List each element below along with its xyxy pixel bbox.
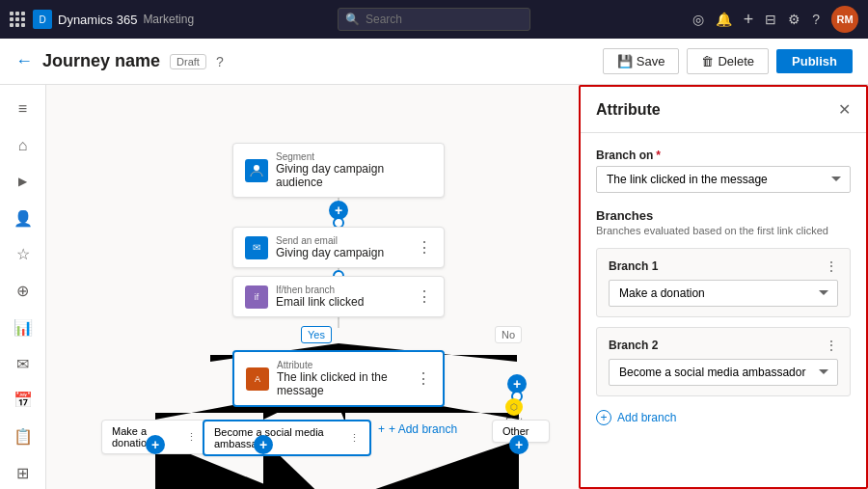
attribute-content: Attribute The link clicked in the messag… [277,360,408,397]
email-node[interactable]: ✉ Send an email Giving day campaign ⋮ [232,227,445,268]
branch-ambassador-menu[interactable]: ⋮ [349,432,360,445]
attribute-icon: A [246,367,269,391]
search-container: 🔍 [338,8,530,31]
required-marker: * [656,149,661,162]
app-name: Dynamics 365 [58,13,137,27]
sidebar-home-icon[interactable]: ⌂ [6,129,41,162]
sidebar-email-icon[interactable]: ✉ [6,347,41,380]
sidebar-add-icon[interactable]: ⊕ [6,275,41,308]
add-branch-plus-icon: + [378,422,385,436]
ifthen-content: If/then branch Email link clicked [276,285,409,309]
email-icon: ✉ [245,236,268,259]
help-icon[interactable]: ? [812,12,820,27]
save-button[interactable]: 💾 Save [603,48,680,74]
branch-2-label: Branch 2 [609,339,658,352]
feedback-icon[interactable]: ◎ [692,12,704,27]
secondary-nav: ← Journey name Draft ? 💾 Save 🗑 Delete P… [0,39,868,85]
dynamics-icon: D [33,10,52,29]
yes-label: Yes [301,326,332,343]
sidebar-menu-icon[interactable]: ≡ [6,93,41,125]
ifthen-menu-icon[interactable]: ⋮ [417,287,432,306]
segment-node[interactable]: Segment Giving day campaign audience [232,143,445,198]
sidebar-list-icon[interactable]: 📋 [6,421,41,453]
sidebar-star-icon[interactable]: ☆ [6,238,41,271]
app-module: Marketing [143,13,194,26]
avatar[interactable]: RM [831,6,858,33]
panel-header: Attribute ✕ [581,87,866,133]
ifthen-node[interactable]: if If/then branch Email link clicked ⋮ [232,276,445,317]
attribute-label: The link clicked in the message [277,370,408,397]
branches-title: Branches [596,208,851,223]
branch-ambassador-label: Become a social media ambassador [214,426,343,449]
email-type: Send an email [276,235,409,246]
left-sidebar: ≡ ⌂ ▶ 👤 ☆ ⊕ 📊 ✉ 📅 📋 ⊞ [0,85,46,489]
main-layout: ≡ ⌂ ▶ 👤 ☆ ⊕ 📊 ✉ 📅 📋 ⊞ [0,85,868,489]
bell-icon[interactable]: 🔔 [716,12,732,27]
search-icon: 🔍 [345,13,360,26]
settings-icon[interactable]: ⚙ [788,12,800,27]
add-icon[interactable]: + [744,10,754,30]
branch-donate-menu[interactable]: ⋮ [186,431,197,444]
sidebar-play-icon[interactable]: ▶ [6,165,41,198]
branch-1-label: Branch 1 [609,259,658,273]
ifthen-icon: if [245,285,268,309]
page-title: Journey name [42,51,160,71]
filter-icon[interactable]: ⊟ [765,12,776,27]
branch-on-label: Branch on * [596,149,851,162]
ifthen-type: If/then branch [276,285,409,295]
delete-icon: 🗑 [701,54,714,68]
sidebar-chart-icon[interactable]: 📊 [6,311,41,343]
help-icon-nav: ? [216,54,224,69]
add-after-other[interactable]: + [509,435,529,454]
branch-on-select[interactable]: The link clicked in the message [596,166,851,193]
save-icon: 💾 [617,54,633,68]
add-branch-panel-btn[interactable]: + Add branch [596,406,676,429]
segment-icon [245,159,268,182]
attribute-panel: Attribute ✕ Branch on * The link clicked… [579,85,868,489]
email-content: Send an email Giving day campaign [276,235,409,259]
attribute-type: Attribute [277,360,408,370]
branches-section: Branches Branches evaluated based on the… [596,208,851,429]
branch-2-header: Branch 2 ⋮ [609,338,838,353]
segment-label: Giving day campaign audience [276,162,432,189]
panel-close-button[interactable]: ✕ [838,100,851,119]
nav-actions: 💾 Save 🗑 Delete Publish [603,48,853,74]
branch-ambassador-node[interactable]: Become a social media ambassador ⋮ [203,420,371,456]
svg-point-5 [254,165,259,171]
sidebar-grid-icon[interactable]: ⊞ [6,456,41,489]
sidebar-journey-icon[interactable]: 👤 [6,202,41,234]
branch-2-item: Branch 2 ⋮ Become a social media ambassa… [596,327,851,396]
branch-2-select[interactable]: Become a social media ambassador [609,359,838,386]
email-menu-icon[interactable]: ⋮ [417,238,432,257]
panel-title: Attribute [596,101,661,119]
ifthen-label: Email link clicked [276,295,409,309]
branches-desc: Branches evaluated based on the first li… [596,225,851,236]
branch-1-select[interactable]: Make a donation [609,280,838,307]
exit-icon-right: ⬡ [505,398,523,416]
branch-2-menu-icon[interactable]: ⋮ [825,338,838,353]
add-after-donate[interactable]: + [146,435,165,454]
delete-button[interactable]: 🗑 Delete [687,48,769,74]
add-branch-canvas-btn[interactable]: + + Add branch [378,422,457,436]
status-badge: Draft [170,54,206,69]
no-label: No [495,326,522,343]
branch-on-group: Branch on * The link clicked in the mess… [596,149,851,193]
sidebar-calendar-icon[interactable]: 📅 [6,384,41,417]
app-logo: D Dynamics 365 Marketing [33,10,194,29]
branch-1-header: Branch 1 ⋮ [609,258,838,274]
publish-button[interactable]: Publish [776,49,853,73]
top-nav: D Dynamics 365 Marketing 🔍 ◎ 🔔 + ⊟ ⚙ ? R… [0,0,868,39]
attribute-node[interactable]: A Attribute The link clicked in the mess… [232,350,445,407]
panel-body: Branch on * The link clicked in the mess… [581,133,866,445]
add-branch-plus-icon: + [596,410,611,425]
branch-1-item: Branch 1 ⋮ Make a donation [596,248,851,317]
attribute-menu-icon[interactable]: ⋮ [416,369,431,388]
app-grid-icon[interactable] [10,12,25,27]
segment-type: Segment [276,151,432,162]
search-input[interactable] [338,8,530,31]
email-label: Giving day campaign [276,246,409,259]
add-after-ambassador[interactable]: + [254,435,273,454]
nav-right: ◎ 🔔 + ⊟ ⚙ ? RM [692,6,858,33]
back-button[interactable]: ← [15,51,33,71]
branch-1-menu-icon[interactable]: ⋮ [825,258,838,274]
